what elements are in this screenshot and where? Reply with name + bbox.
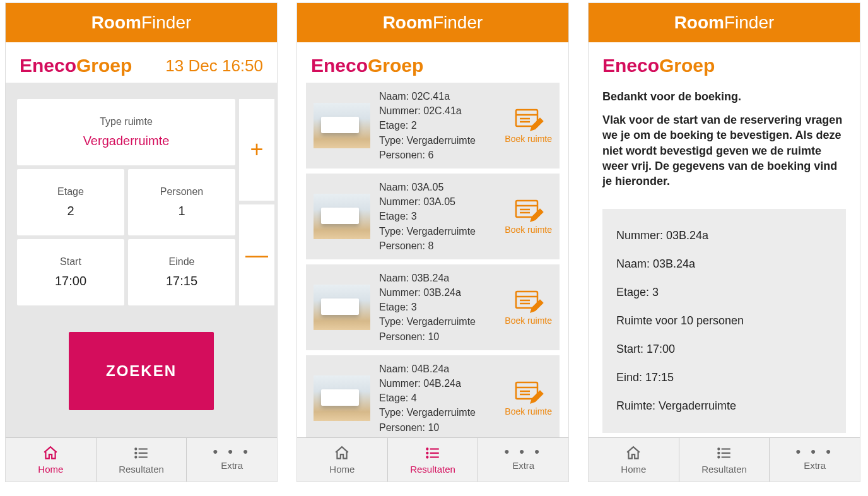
brand-logo: EnecoGroep	[602, 55, 715, 76]
personen-selector[interactable]: Personen 1	[128, 169, 235, 235]
einde-label: Einde	[169, 256, 195, 268]
tab-bar: Home Resultaten • • • Extra	[297, 437, 568, 481]
confirmation-details: Nummer: 03B.24a Naam: 03B.24a Etage: 3 R…	[602, 209, 846, 433]
einde-value: 17:15	[166, 274, 197, 288]
brand-logo: EnecoGroep	[20, 55, 132, 76]
personen-value: 1	[178, 204, 185, 218]
app-titlebar: RoomFinder	[589, 3, 860, 42]
conf-capacity: Ruimte voor 10 personen	[616, 307, 832, 335]
book-room-button[interactable]: Boek ruimte	[505, 107, 552, 144]
room-info: Naam: 03B.24a Nummer: 03B.24a Etage: 3 T…	[379, 271, 496, 344]
result-row: Naam: 02C.41a Nummer: 02C.41a Etage: 2 T…	[306, 83, 560, 168]
decrement-button[interactable]: —	[239, 204, 274, 306]
personen-label: Personen	[160, 186, 204, 198]
book-icon	[513, 198, 544, 222]
svg-point-29	[718, 452, 719, 454]
room-type-label: Type ruimte	[100, 116, 153, 127]
tab-bar: Home Resultaten • • • Extra	[589, 437, 860, 481]
svg-point-30	[718, 456, 719, 458]
room-type-value: Vergaderruimte	[83, 134, 170, 148]
result-row: Naam: 03A.05 Nummer: 03A.05 Etage: 3 Typ…	[306, 174, 560, 259]
svg-point-1	[135, 452, 136, 454]
tab-home[interactable]: Home	[297, 438, 388, 481]
book-icon	[513, 289, 544, 313]
search-button[interactable]: ZOEKEN	[69, 332, 214, 410]
start-label: Start	[60, 256, 81, 268]
app-titlebar: RoomFinder	[297, 3, 568, 42]
conf-ruimte: Ruimte: Vergaderruimte	[616, 392, 832, 420]
svg-point-0	[135, 448, 136, 449]
book-room-button[interactable]: Boek ruimte	[505, 198, 552, 235]
book-icon	[513, 107, 544, 131]
dots-icon: • • •	[213, 449, 251, 460]
plus-icon: +	[250, 136, 263, 163]
screen-confirmation: RoomFinder EnecoGroep Bedankt voor de bo…	[588, 3, 860, 482]
room-info: Naam: 02C.41a Nummer: 02C.41a Etage: 2 T…	[379, 89, 496, 162]
start-time-selector[interactable]: Start 17:00	[17, 239, 124, 305]
tab-resultaten[interactable]: Resultaten	[388, 438, 479, 481]
room-info: Naam: 04B.24a Nummer: 04B.24a Etage: 4 T…	[379, 362, 496, 435]
screen-home: RoomFinder EnecoGroep 13 Dec 16:50 Type …	[5, 3, 278, 482]
etage-selector[interactable]: Etage 2	[17, 169, 124, 235]
conf-etage: Etage: 3	[616, 278, 832, 307]
room-thumbnail	[314, 285, 370, 330]
book-room-button[interactable]: Boek ruimte	[505, 380, 552, 416]
end-time-selector[interactable]: Einde 17:15	[128, 239, 235, 305]
conf-naam: Naam: 03B.24a	[616, 250, 832, 278]
room-thumbnail	[314, 194, 370, 239]
brand-logo: EnecoGroep	[311, 55, 423, 76]
home-icon	[334, 445, 350, 461]
svg-point-28	[718, 448, 719, 449]
room-thumbnail	[314, 375, 370, 421]
etage-label: Etage	[57, 186, 84, 198]
list-icon	[716, 445, 732, 461]
confirmation-thanks: Bedankt voor de boeking.	[602, 90, 846, 103]
svg-point-23	[426, 452, 428, 454]
increment-button[interactable]: +	[239, 99, 274, 201]
confirmation-message: Vlak voor de start van de reservering vr…	[602, 112, 846, 189]
result-row: Naam: 04B.24a Nummer: 04B.24a Etage: 4 T…	[306, 355, 560, 437]
room-info: Naam: 03A.05 Nummer: 03A.05 Etage: 3 Typ…	[379, 180, 496, 253]
svg-point-22	[426, 448, 428, 449]
room-type-selector[interactable]: Type ruimte Vergaderruimte	[17, 99, 235, 165]
svg-point-2	[135, 456, 136, 458]
result-row: Naam: 03B.24a Nummer: 03B.24a Etage: 3 T…	[306, 264, 560, 350]
list-icon	[133, 445, 150, 461]
conf-eind: Eind: 17:15	[616, 363, 832, 392]
results-list[interactable]: Naam: 02C.41a Nummer: 02C.41a Etage: 2 T…	[297, 83, 568, 437]
app-title-bold: Room	[91, 13, 141, 33]
screen-results: RoomFinder EnecoGroep Naam: 02C.41a Numm…	[296, 3, 569, 482]
tab-extra[interactable]: • • • Extra	[770, 438, 860, 481]
book-room-button[interactable]: Boek ruimte	[505, 289, 552, 326]
tab-bar: Home Resultaten • • • Extra	[6, 437, 277, 481]
tab-extra[interactable]: • • • Extra	[478, 438, 568, 481]
home-icon	[42, 445, 59, 461]
conf-nummer: Nummer: 03B.24a	[616, 221, 832, 250]
conf-start: Start: 17:00	[616, 335, 832, 363]
tab-resultaten[interactable]: Resultaten	[679, 438, 770, 481]
svg-point-24	[426, 456, 428, 458]
list-icon	[425, 445, 441, 461]
dots-icon: • • •	[505, 449, 542, 460]
tab-home[interactable]: Home	[589, 438, 679, 481]
app-title-thin: Finder	[141, 13, 191, 33]
tab-home[interactable]: Home	[6, 438, 97, 481]
datetime: 13 Dec 16:50	[165, 56, 263, 76]
home-icon	[625, 445, 642, 461]
etage-value: 2	[67, 204, 74, 218]
tab-resultaten[interactable]: Resultaten	[97, 438, 187, 481]
tab-extra[interactable]: • • • Extra	[187, 438, 277, 481]
dots-icon: • • •	[796, 449, 834, 460]
app-titlebar: RoomFinder	[6, 3, 277, 42]
minus-icon: —	[245, 242, 268, 268]
room-thumbnail	[314, 103, 370, 148]
book-icon	[513, 380, 544, 404]
start-value: 17:00	[55, 274, 86, 288]
